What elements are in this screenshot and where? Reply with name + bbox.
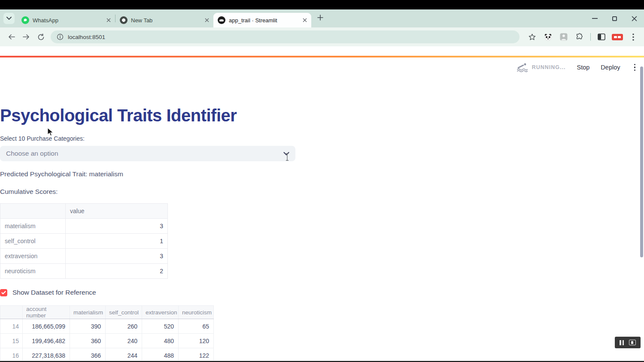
table-row: 16 227,318,638 366 244 488 122 xyxy=(0,348,214,362)
row-index: 16 xyxy=(0,348,23,362)
column-header: self_control xyxy=(106,306,142,319)
kebab-menu-icon xyxy=(632,33,634,41)
row-value: 2 xyxy=(66,264,168,279)
close-window-button[interactable] xyxy=(624,9,644,27)
cell-materialism: 360 xyxy=(70,334,106,348)
tab-search-button[interactable] xyxy=(3,13,15,24)
whatsapp-icon xyxy=(21,16,29,24)
reload-button[interactable] xyxy=(33,30,48,44)
cell-materialism: 390 xyxy=(70,319,106,334)
table-row: extraversion 3 xyxy=(0,249,168,264)
run-status-text: RUNNING... xyxy=(532,64,566,70)
table-row: materialism 3 xyxy=(0,219,168,234)
bookmark-button[interactable] xyxy=(526,30,538,43)
column-header: extraversion xyxy=(142,306,179,319)
runner-status-icon xyxy=(516,63,528,72)
corner-header-cell xyxy=(0,204,66,219)
close-icon[interactable] xyxy=(303,18,307,22)
table-row: neuroticism 2 xyxy=(0,264,168,279)
extension-avatar-button[interactable] xyxy=(557,30,570,43)
pause-icon[interactable] xyxy=(620,340,624,345)
cell-account: 199,496,482 xyxy=(23,334,70,348)
table-row: 15 199,496,482 360 240 480 120 xyxy=(0,334,214,348)
tab-whatsapp[interactable]: WhatsApp xyxy=(17,13,115,27)
browser-window: WhatsApp New Tab app_trail · Streamlit xyxy=(0,9,644,352)
url-text[interactable]: localhost:8501 xyxy=(68,34,105,40)
extension-panda-button[interactable] xyxy=(541,30,554,43)
tab-title: WhatsApp xyxy=(33,17,103,24)
multiselect-label: Select 10 Purchase Categories: xyxy=(0,135,85,142)
row-value: 3 xyxy=(66,249,168,264)
cell-self-control: 240 xyxy=(106,334,142,348)
screen: WhatsApp New Tab app_trail · Streamlit xyxy=(0,0,644,362)
row-label: self_control xyxy=(0,234,66,249)
address-bar[interactable]: localhost:8501 xyxy=(51,30,519,43)
close-icon[interactable] xyxy=(205,18,209,22)
cell-extraversion: 480 xyxy=(142,334,179,348)
streamlit-icon xyxy=(218,16,225,24)
tab-streamlit-active[interactable]: app_trail · Streamlit xyxy=(213,13,311,27)
cell-self-control: 244 xyxy=(106,348,142,362)
column-header: neuroticism xyxy=(179,306,214,319)
row-value: 1 xyxy=(66,234,168,249)
minimize-button[interactable] xyxy=(585,9,605,27)
multiselect-input[interactable]: Choose an option xyxy=(0,146,295,161)
value-header-cell: value xyxy=(66,204,168,219)
new-tab-button[interactable] xyxy=(317,15,323,22)
row-index: 14 xyxy=(0,319,23,334)
forward-icon xyxy=(22,34,30,40)
cell-account: 186,665,099 xyxy=(23,319,70,334)
multiselect-placeholder: Choose an option xyxy=(6,150,283,157)
show-dataset-checkbox-row[interactable]: Show Dataset for Reference xyxy=(0,289,96,296)
dataset-table[interactable]: account number materialism self_control … xyxy=(0,305,214,361)
browser-menu-button[interactable] xyxy=(627,30,640,43)
streamlit-app: RUNNING... Stop Deploy Psychological Tra… xyxy=(0,56,644,361)
checkbox-checked-icon[interactable] xyxy=(0,289,7,296)
close-icon[interactable] xyxy=(106,18,111,22)
browser-toolbar: localhost:8501 xyxy=(0,27,644,46)
row-value: 3 xyxy=(66,219,168,234)
index-header-cell xyxy=(0,306,23,319)
deploy-button[interactable]: Deploy xyxy=(601,64,620,71)
cell-self-control: 260 xyxy=(106,319,142,334)
row-label: materialism xyxy=(0,219,66,234)
extensions-button[interactable] xyxy=(573,30,586,43)
back-icon xyxy=(8,34,15,40)
streamlit-header: RUNNING... Stop Deploy xyxy=(0,57,644,77)
site-info-icon[interactable] xyxy=(57,33,64,40)
side-panel-button[interactable] xyxy=(595,30,608,43)
window-controls xyxy=(585,9,644,27)
tab-title: New Tab xyxy=(131,17,201,24)
streamlit-menu-button[interactable] xyxy=(632,64,638,71)
extension-red-button[interactable] xyxy=(611,30,624,43)
table-row: 14 186,665,099 390 260 520 65 xyxy=(0,319,214,334)
stop-button[interactable]: Stop xyxy=(577,64,590,71)
table-row: self_control 1 xyxy=(0,234,168,249)
video-overlay-controls[interactable] xyxy=(615,337,641,348)
cell-neuroticism: 120 xyxy=(179,334,214,348)
red-extension-icon xyxy=(612,34,623,40)
panda-icon xyxy=(544,33,552,41)
maximize-icon xyxy=(612,16,617,21)
cell-materialism: 366 xyxy=(70,348,106,362)
star-icon xyxy=(529,33,536,41)
cumulative-scores-table: value materialism 3 self_control 1 extra… xyxy=(0,203,168,279)
page-scrollbar-thumb[interactable] xyxy=(640,66,643,257)
chrome-icon xyxy=(120,16,128,24)
predicted-trait-text: Predicted Psychological Trait: materiali… xyxy=(0,170,123,178)
column-header: account number xyxy=(23,306,70,319)
run-status: RUNNING... xyxy=(516,63,566,72)
toolbar-separator xyxy=(590,33,591,41)
page-title: Psychological Traits Identifier xyxy=(0,106,237,125)
minimize-icon xyxy=(592,18,598,19)
row-index: 15 xyxy=(0,334,23,348)
back-button[interactable] xyxy=(4,30,19,44)
maximize-button[interactable] xyxy=(605,9,624,27)
tab-new-tab[interactable]: New Tab xyxy=(115,13,213,27)
tab-title: app_trail · Streamlit xyxy=(229,17,299,24)
checkmark-icon xyxy=(1,291,6,295)
avatar-icon xyxy=(560,33,568,41)
forward-button[interactable] xyxy=(19,30,33,44)
checkbox-label[interactable]: Show Dataset for Reference xyxy=(12,289,96,296)
picture-in-picture-icon[interactable] xyxy=(629,340,636,345)
